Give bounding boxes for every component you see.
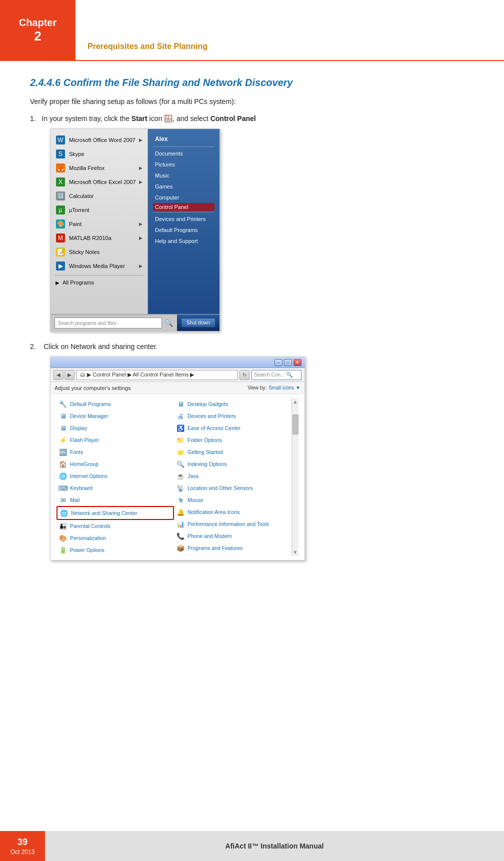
start-menu-screenshot: W Microsoft Office Word 2007 ▶ S Skype 🦊… [50,128,474,332]
network-sharing-icon: 🌐 [60,508,68,518]
start-item-paint[interactable]: 🎨 Paint ▶ [50,217,148,231]
cp-item-fonts-label: Fonts [70,449,83,455]
start-item-firefox[interactable]: 🦊 Mozilla Firefox ▶ [50,161,148,175]
cp-item-ease-of-access[interactable]: ♿ Ease of Access Center [174,422,292,434]
start-item-utorrent[interactable]: µ µTorrent [50,203,148,217]
cp-item-parental-controls[interactable]: 👨‍👧 Parental Controls [56,520,174,532]
start-right-control-panel[interactable]: Control Panel [153,203,214,211]
cp-item-mouse-label: Mouse [188,497,204,503]
keyboard-icon: ⌨ [58,484,68,492]
arrow-icon: ▶ [139,180,142,184]
cp-content-area: 🔧 Default Programs 🖥 Device Manager 🖥 Di… [50,394,304,560]
breadcrumb-text: 🗂 ▶ Control Panel ▶ All Control Panel It… [80,372,194,378]
arrow-icon: ▶ [139,222,142,226]
cp-item-programs-features-label: Programs and Features [188,545,242,551]
cp-item-mail-label: Mail [70,497,80,503]
start-item-stickynotes[interactable]: 📝 Sticky Notes [50,245,148,259]
start-item-excel-label: Microsoft Office Excel 2007 [69,179,136,185]
shutdown-label: Shut down [186,320,210,326]
cp-left-column: 🔧 Default Programs 🖥 Device Manager 🖥 Di… [56,398,174,556]
excel-icon: X [56,177,66,187]
cp-item-java[interactable]: ☕ Java [174,470,292,482]
location-sensors-icon: 📡 [176,484,185,492]
cp-item-phone-modem[interactable]: 📞 Phone and Modem [174,530,292,542]
cp-item-device-manager[interactable]: 🖥 Device Manager [56,410,174,422]
cp-item-desktop-gadgets[interactable]: 🖥 Desktop Gadgets [174,398,292,410]
cp-forward-button[interactable]: ▶ [64,370,74,380]
cp-scrollbar[interactable]: ▲ ▼ [292,398,298,556]
chapter-box: Chapter 2 [0,0,76,61]
cp-item-keyboard[interactable]: ⌨ Keyboard [56,482,174,494]
start-right-games[interactable]: Games [153,181,214,192]
start-right-help[interactable]: Help and Support [153,236,214,246]
cp-item-default-programs-label: Default Programs [70,401,111,407]
cp-item-location-sensors[interactable]: 📡 Location and Other Sensors [174,482,292,494]
start-item-matlab[interactable]: M MATLAB R2010a ▶ [50,231,148,245]
cp-view-dropdown[interactable]: Small icons ▼ [268,385,300,390]
start-item-firefox-label: Mozilla Firefox [69,165,104,171]
cp-refresh-button[interactable]: ↻ [240,370,250,380]
start-item-calculator[interactable]: 🔢 Calculator [50,189,148,203]
cp-item-fonts[interactable]: 🔤 Fonts [56,446,174,458]
start-item-excel[interactable]: X Microsoft Office Excel 2007 ▶ [50,175,148,189]
paint-icon: 🎨 [56,219,66,229]
minimize-button[interactable]: – [274,359,282,366]
cp-back-button[interactable]: ◀ [54,370,64,380]
start-menu-right: Alex Documents Pictures Music Games Comp… [148,129,220,314]
cp-item-notification-area[interactable]: 🔔 Notification Area Icons [174,506,292,518]
cp-item-getting-started[interactable]: ⭐ Getting Started [174,446,292,458]
cp-view-by-control: View by: Small icons ▼ [248,385,300,390]
start-search-input[interactable]: Search programs and files [54,318,162,328]
start-item-word[interactable]: W Microsoft Office Word 2007 ▶ [50,133,148,147]
start-right-default-programs[interactable]: Default Programs [153,224,214,236]
cp-item-programs-features[interactable]: 📦 Programs and Features [174,542,292,554]
cp-item-homegroup[interactable]: 🏠 HomeGroup [56,458,174,470]
cp-item-power-options[interactable]: 🔋 Power Options [56,544,174,556]
control-panel-screenshot: – □ ✕ ◀ ▶ 🗂 ▶ Control Panel ▶ All Contro… [50,356,474,560]
start-right-music[interactable]: Music [153,170,214,181]
shutdown-button[interactable]: Shut down [181,318,216,328]
cp-item-display[interactable]: 🖥 Display [56,422,174,434]
cp-item-devices-printers[interactable]: 🖨 Devices and Printers [174,410,292,422]
utorrent-icon: µ [56,205,66,215]
start-right-computer[interactable]: Computer [153,192,214,203]
all-programs-item[interactable]: ▶ All Programs [50,278,148,288]
step-2: 2. Click on Network and sharing center. … [30,342,474,560]
start-right-devices[interactable]: Devices and Printers [153,214,214,224]
cp-item-internet-options[interactable]: 🌐 Internet Options [56,470,174,482]
page-number: 39 [18,837,28,848]
scrollbar-thumb[interactable] [292,414,298,434]
cp-item-mouse[interactable]: 🖱 Mouse [174,494,292,506]
step-2-text: 2. Click on Network and sharing center. [30,342,474,350]
start-item-mediaplayer[interactable]: ▶ Windows Media Player ▶ [50,259,148,273]
flash-player-icon: ⚡ [58,436,68,444]
cp-item-performance[interactable]: 📊 Performance Information and Tools [174,518,292,530]
cp-adjust-label: Adjust your computer's settings [54,385,131,391]
cp-item-network-sharing[interactable]: 🌐 Network and Sharing Center [56,506,174,520]
start-menu-left: W Microsoft Office Word 2007 ▶ S Skype 🦊… [50,129,148,314]
start-right-username: Alex [153,133,214,146]
cp-search-box[interactable]: Search Con... 🔍 [252,370,302,380]
start-right-documents[interactable]: Documents [153,148,214,159]
start-right-pictures[interactable]: Pictures [153,159,214,170]
cp-item-default-programs[interactable]: 🔧 Default Programs [56,398,174,410]
fonts-icon: 🔤 [58,448,68,456]
maximize-button[interactable]: □ [284,359,292,366]
java-icon: ☕ [176,472,185,480]
start-item-paint-label: Paint [69,221,82,227]
cp-item-indexing-options[interactable]: 🔍 Indexing Options [174,458,292,470]
close-button[interactable]: ✕ [294,359,302,366]
cp-item-folder-options[interactable]: 📁 Folder Options [174,434,292,446]
default-programs-icon: 🔧 [58,400,68,408]
cp-titlebar-buttons: – □ ✕ [274,359,302,366]
cp-item-personalization[interactable]: 🎨 Personalization [56,532,174,544]
cp-item-power-options-label: Power Options [70,547,104,553]
start-item-skype[interactable]: S Skype [50,147,148,161]
cp-search-icon: 🔍 [286,372,293,378]
scrollbar-down-arrow[interactable]: ▼ [293,550,298,556]
start-search-bar: Search programs and files 🔍 [50,314,177,331]
scrollbar-up-arrow[interactable]: ▲ [293,398,298,404]
shutdown-area: Shut down [177,314,220,331]
cp-item-flash-player[interactable]: ⚡ Flash Player [56,434,174,446]
cp-item-mail[interactable]: ✉ Mail [56,494,174,506]
